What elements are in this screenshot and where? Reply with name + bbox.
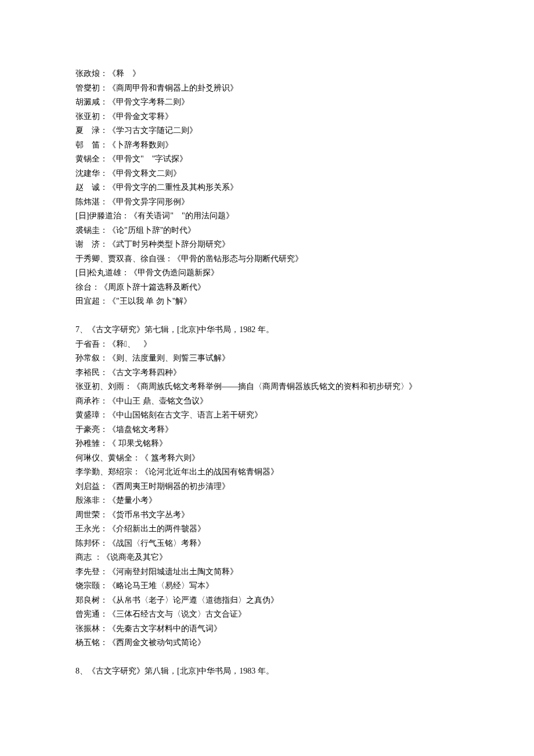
bibliography-entry: 张政烺：《释 》 — [75, 67, 459, 81]
bibliography-entry: 杨五铭：《西周金文被动句式简论》 — [75, 636, 459, 650]
bibliography-entry: 郑良树：《从帛书〈老子〉论严遵〈道德指归〉之真伪》 — [75, 593, 459, 608]
bibliography-entry: 管燮初：《商周甲骨和青铜器上的卦爻辨识》 — [75, 81, 459, 96]
bibliography-entry: 于省吾：《释𢎘、 》 — [75, 337, 459, 352]
bibliography-entry: 张亚初、刘雨：《商周族氏铭文考释举例——摘自〈商周青铜器族氏铭文的资料和初步研究… — [75, 380, 459, 394]
bibliography-entry: 谢 济：《武丁时另种类型卜辞分期研究》 — [75, 237, 459, 252]
bibliography-entry: 殷涤非：《楚量小考》 — [75, 494, 459, 508]
bibliography-entry: 胡澱咸：《甲骨文字考释二则》 — [75, 95, 459, 110]
bibliography-entry: 陈邦怀：《战国〈行气玉铭〉考释》 — [75, 537, 459, 551]
bibliography-entry: 张亚初：《甲骨金文零释》 — [75, 110, 459, 124]
bibliography-entry: 邨 笛：《卜辞考释数则》 — [75, 138, 459, 153]
bibliography-entry: 何琳仪、黄锡全：《 簋考释六则》 — [75, 451, 459, 466]
bibliography-entry: 王永光：《介绍新出土的两件虢器》 — [75, 522, 459, 537]
blank-line — [75, 650, 459, 665]
bibliography-entry: 夏 渌：《学习古文字随记二则》 — [75, 124, 459, 138]
document-page: 张政烺：《释 》管燮初：《商周甲骨和青铜器上的卦爻辨识》胡澱咸：《甲骨文字考释二… — [0, 0, 534, 708]
bibliography-entry: 孙常叙：《则、法度量则、则誓三事试解》 — [75, 351, 459, 366]
bibliography-entry: 孙稚雏：《 卭果戈铭释》 — [75, 437, 459, 451]
blank-line — [75, 309, 459, 323]
bibliography-entry: [日]松丸道雄：《甲骨文伪造问题新探》 — [75, 266, 459, 280]
bibliography-entry: 沈建华：《甲骨文释文二则》 — [75, 167, 459, 181]
bibliography-entry: 黄盛璋：《中山国铭刻在古文字、语言上若干研究》 — [75, 408, 459, 423]
bibliography-entry: 李先登：《河南登封阳城遗址出土陶文简释》 — [75, 565, 459, 579]
bibliography-entry: 刘启益：《西周夷王时期铜器的初步清理》 — [75, 480, 459, 494]
bibliography-entry: 商承祚：《中山王 鼎、壶铭文刍议》 — [75, 394, 459, 409]
bibliography-entry: 于秀卿、贾双喜、徐自强：《甲骨的凿钻形态与分期断代研究》 — [75, 252, 459, 267]
section-7-entries: 于省吾：《释𢎘、 》孙常叙：《则、法度量则、则誓三事试解》李裕民：《古文字考释四… — [75, 337, 459, 650]
bibliography-entry: 曾宪通：《三体石经古文与〈说文〉古文合证》 — [75, 607, 459, 622]
section-7-heading: 7、《古文字研究》第七辑，[北京]中华书局，1982 年。 — [75, 323, 459, 337]
bibliography-entry: 李裕民：《古文字考释四种》 — [75, 366, 459, 380]
bibliography-entry: 裘锡圭：《论"历组卜辞"的时代》 — [75, 224, 459, 238]
bibliography-entry: 陈炜湛：《甲骨文异字同形例》 — [75, 195, 459, 210]
bibliography-entry: 商志 ：《说商亳及其它》 — [75, 550, 459, 565]
bibliography-entry: 周世荣：《货币帛书文字丛考》 — [75, 508, 459, 523]
bibliography-entry: [日]伊滕道治：《有关语词" "的用法问题》 — [75, 209, 459, 224]
section-6-entries: 张政烺：《释 》管燮初：《商周甲骨和青铜器上的卦爻辨识》胡澱咸：《甲骨文字考释二… — [75, 67, 459, 309]
bibliography-entry: 田宜超：《"王以我 单 勿卜"解》 — [75, 294, 459, 309]
bibliography-entry: 徐台：《周原卜辞十篇选释及断代》 — [75, 280, 459, 295]
bibliography-entry: 于豪亮：《墙盘铭文考释》 — [75, 423, 459, 437]
bibliography-entry: 李学勤、郑绍宗：《论河北近年出土的战国有铭青铜器》 — [75, 465, 459, 480]
bibliography-entry: 黄锡全：《甲骨文" "字试探》 — [75, 152, 459, 167]
section-8-heading: 8、《古文字研究》第八辑，[北京]中华书局，1983 年。 — [75, 664, 459, 679]
bibliography-entry: 张振林：《先秦古文字材料中的语气词》 — [75, 622, 459, 636]
bibliography-entry: 饶宗颐：《略论马王堆〈易经〉写本》 — [75, 579, 459, 593]
bibliography-entry: 赵 诚：《甲骨文字的二重性及其构形关系》 — [75, 181, 459, 195]
